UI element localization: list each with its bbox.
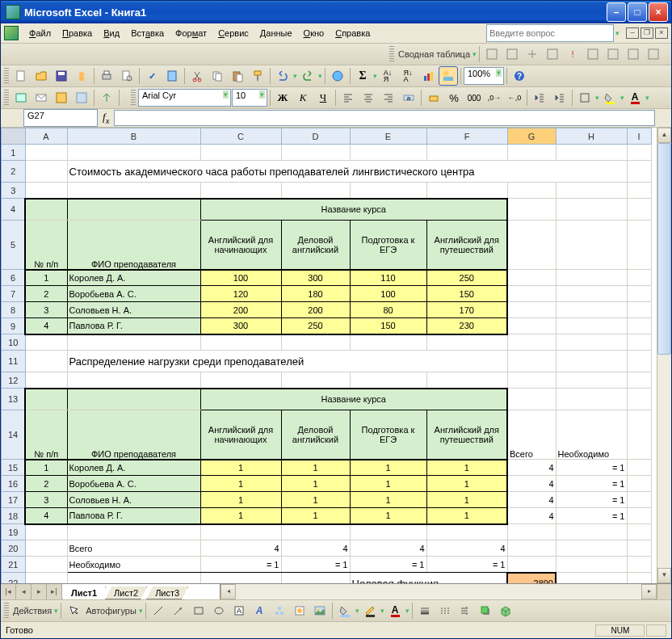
row-header[interactable]: 22 bbox=[2, 573, 26, 584]
cell[interactable]: 100 bbox=[200, 270, 281, 286]
cell[interactable] bbox=[67, 389, 200, 410]
bold-button[interactable]: Ж bbox=[273, 88, 292, 107]
diagram-button[interactable] bbox=[270, 601, 289, 620]
cell[interactable]: 1 bbox=[281, 460, 350, 476]
toolbar-btn[interactable] bbox=[72, 88, 91, 107]
cell[interactable]: Необходимо bbox=[67, 557, 200, 573]
sheet-tab[interactable]: Лист2 bbox=[105, 586, 147, 599]
help-search-input[interactable] bbox=[486, 24, 614, 42]
autosum-button[interactable]: Σ bbox=[353, 66, 372, 86]
cell[interactable]: = 1 bbox=[556, 508, 627, 524]
cell[interactable]: 1 bbox=[350, 460, 426, 476]
row-header[interactable]: 9 bbox=[2, 318, 26, 334]
col-header[interactable]: B bbox=[67, 128, 200, 145]
help-button[interactable]: ? bbox=[510, 66, 529, 86]
cell[interactable]: Деловой английский bbox=[281, 410, 350, 460]
cell[interactable]: 120 bbox=[200, 286, 281, 302]
cell[interactable]: 4 bbox=[507, 476, 556, 492]
arrow-style-button[interactable] bbox=[456, 601, 475, 620]
cell[interactable]: Всего bbox=[67, 540, 200, 557]
cell[interactable]: Соловьев Н. А. bbox=[67, 302, 200, 318]
permission-button[interactable] bbox=[72, 66, 91, 86]
row-header[interactable]: 4 bbox=[2, 199, 26, 221]
format-painter-button[interactable] bbox=[248, 66, 267, 86]
cell[interactable]: = 1 bbox=[281, 557, 350, 573]
underline-button[interactable]: Ч bbox=[313, 88, 333, 107]
pivot-label[interactable]: Сводная таблица bbox=[397, 49, 472, 59]
cell[interactable]: Подготовка к ЕГЭ bbox=[350, 221, 426, 270]
cell[interactable]: Воробьева А. С. bbox=[67, 476, 200, 492]
line-color-button[interactable] bbox=[360, 601, 380, 620]
cell[interactable]: Английский для путешествий bbox=[426, 221, 507, 270]
cell[interactable]: 1 bbox=[426, 492, 507, 508]
wordart-button[interactable]: A bbox=[250, 601, 269, 620]
cell[interactable]: № п/п bbox=[25, 410, 67, 460]
cell[interactable]: 1 bbox=[200, 460, 281, 476]
merge-button[interactable]: a bbox=[399, 88, 418, 107]
formula-bar[interactable] bbox=[114, 110, 655, 126]
cell[interactable]: 1 bbox=[25, 270, 67, 286]
cell[interactable]: 1 bbox=[350, 476, 426, 492]
col-header[interactable]: H bbox=[556, 128, 627, 145]
spreadsheet-grid[interactable]: A B C D E F G H I 1 2Стоимость академиче… bbox=[1, 128, 671, 583]
cell[interactable]: 4 bbox=[426, 540, 507, 557]
cell[interactable]: 1 bbox=[281, 508, 350, 524]
picture-button[interactable] bbox=[310, 601, 330, 620]
cell[interactable]: 200 bbox=[281, 302, 350, 318]
cell[interactable]: 4 bbox=[507, 460, 556, 476]
line-style-button[interactable] bbox=[415, 601, 435, 620]
font-color-button[interactable]: A bbox=[385, 601, 405, 620]
open-button[interactable] bbox=[32, 66, 51, 86]
cell[interactable]: Название курса bbox=[200, 199, 507, 221]
cell[interactable]: Распределение нагрузки среди преподавате… bbox=[67, 351, 507, 372]
pivot-btn-1[interactable] bbox=[482, 44, 502, 64]
col-header[interactable]: D bbox=[281, 128, 350, 145]
arrow-button[interactable] bbox=[169, 601, 188, 620]
cell[interactable]: 4 bbox=[507, 508, 556, 524]
clipart-button[interactable] bbox=[290, 601, 309, 620]
col-header[interactable]: G bbox=[507, 128, 556, 145]
scroll-down-button[interactable]: ▼ bbox=[657, 568, 671, 583]
pivot-btn-2[interactable] bbox=[502, 44, 522, 64]
dash-style-button[interactable] bbox=[435, 601, 455, 620]
tab-nav-prev[interactable]: ◂ bbox=[16, 584, 32, 599]
cell[interactable]: Английский для начинающих bbox=[200, 410, 281, 460]
maximize-button[interactable]: □ bbox=[628, 2, 647, 22]
scroll-right-button[interactable]: ▸ bbox=[641, 584, 657, 599]
toolbar-grip[interactable] bbox=[389, 46, 394, 62]
cell[interactable]: Название курса bbox=[200, 389, 507, 410]
spelling-button[interactable]: ✓ bbox=[142, 66, 162, 86]
textbox-button[interactable]: A bbox=[229, 601, 249, 620]
sort-asc-button[interactable]: А↓Я bbox=[378, 66, 397, 86]
pivot-btn-6[interactable] bbox=[583, 44, 603, 64]
row-header[interactable]: 1 bbox=[2, 145, 26, 161]
cell[interactable]: 2890 bbox=[507, 573, 556, 584]
menu-file[interactable]: Файл bbox=[23, 26, 57, 40]
scroll-up-button[interactable]: ▲ bbox=[657, 128, 671, 143]
cell[interactable]: 180 bbox=[281, 286, 350, 302]
row-header[interactable]: 6 bbox=[2, 270, 26, 286]
increase-decimal-button[interactable]: ,0→ bbox=[485, 88, 504, 107]
toolbar-grip[interactable] bbox=[131, 90, 136, 106]
toolbar-grip[interactable] bbox=[4, 68, 9, 84]
row-header[interactable]: 7 bbox=[2, 286, 26, 302]
row-header[interactable]: 10 bbox=[2, 334, 26, 351]
mail-button[interactable] bbox=[32, 88, 51, 107]
shadow-button[interactable] bbox=[476, 601, 495, 620]
cell[interactable]: 3 bbox=[25, 492, 67, 508]
menu-insert[interactable]: Вставка bbox=[125, 26, 170, 40]
cell[interactable]: Соловьев Н. А. bbox=[67, 492, 200, 508]
cell[interactable]: 4 bbox=[25, 318, 67, 334]
print-button[interactable] bbox=[97, 66, 116, 86]
fill-color-button[interactable] bbox=[335, 601, 355, 620]
cell[interactable]: 1 bbox=[426, 476, 507, 492]
sheet-tab[interactable]: Лист3 bbox=[146, 586, 188, 599]
3d-button[interactable] bbox=[496, 601, 515, 620]
cell[interactable]: 1 bbox=[350, 508, 426, 524]
cell[interactable]: 230 bbox=[426, 318, 507, 334]
cell[interactable]: 1 bbox=[200, 492, 281, 508]
toolbar-grip[interactable] bbox=[4, 90, 9, 106]
row-header[interactable]: 20 bbox=[2, 540, 26, 557]
col-header[interactable]: I bbox=[627, 128, 651, 145]
paste-button[interactable] bbox=[228, 66, 247, 86]
